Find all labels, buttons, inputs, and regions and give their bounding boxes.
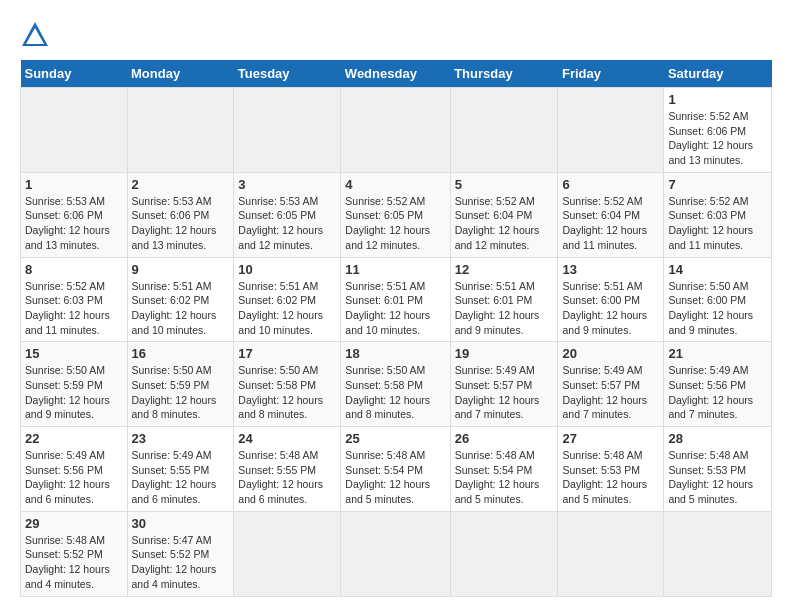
day-number: 29	[25, 516, 123, 531]
calendar-cell: 9Sunrise: 5:51 AM Sunset: 6:02 PM Daylig…	[127, 257, 234, 342]
day-header-monday: Monday	[127, 60, 234, 88]
calendar-cell: 6Sunrise: 5:52 AM Sunset: 6:04 PM Daylig…	[558, 172, 664, 257]
calendar-cell	[450, 511, 558, 596]
day-number: 15	[25, 346, 123, 361]
day-number: 1	[25, 177, 123, 192]
day-detail: Sunrise: 5:50 AM Sunset: 5:58 PM Dayligh…	[345, 363, 445, 422]
day-number: 17	[238, 346, 336, 361]
calendar-cell	[234, 88, 341, 173]
day-number: 11	[345, 262, 445, 277]
calendar-cell: 20Sunrise: 5:49 AM Sunset: 5:57 PM Dayli…	[558, 342, 664, 427]
day-detail: Sunrise: 5:49 AM Sunset: 5:55 PM Dayligh…	[132, 448, 230, 507]
calendar-cell: 17Sunrise: 5:50 AM Sunset: 5:58 PM Dayli…	[234, 342, 341, 427]
day-detail: Sunrise: 5:52 AM Sunset: 6:03 PM Dayligh…	[668, 194, 767, 253]
calendar-cell: 26Sunrise: 5:48 AM Sunset: 5:54 PM Dayli…	[450, 427, 558, 512]
day-number: 8	[25, 262, 123, 277]
day-number: 1	[668, 92, 767, 107]
day-detail: Sunrise: 5:48 AM Sunset: 5:53 PM Dayligh…	[562, 448, 659, 507]
calendar-cell: 12Sunrise: 5:51 AM Sunset: 6:01 PM Dayli…	[450, 257, 558, 342]
calendar-cell: 28Sunrise: 5:48 AM Sunset: 5:53 PM Dayli…	[664, 427, 772, 512]
day-detail: Sunrise: 5:52 AM Sunset: 6:05 PM Dayligh…	[345, 194, 445, 253]
day-number: 25	[345, 431, 445, 446]
day-detail: Sunrise: 5:50 AM Sunset: 5:58 PM Dayligh…	[238, 363, 336, 422]
calendar-cell: 25Sunrise: 5:48 AM Sunset: 5:54 PM Dayli…	[341, 427, 450, 512]
calendar-cell	[664, 511, 772, 596]
day-detail: Sunrise: 5:52 AM Sunset: 6:04 PM Dayligh…	[455, 194, 554, 253]
day-header-tuesday: Tuesday	[234, 60, 341, 88]
day-header-wednesday: Wednesday	[341, 60, 450, 88]
calendar-cell: 19Sunrise: 5:49 AM Sunset: 5:57 PM Dayli…	[450, 342, 558, 427]
week-row-6: 29Sunrise: 5:48 AM Sunset: 5:52 PM Dayli…	[21, 511, 772, 596]
day-detail: Sunrise: 5:50 AM Sunset: 5:59 PM Dayligh…	[132, 363, 230, 422]
calendar-cell: 16Sunrise: 5:50 AM Sunset: 5:59 PM Dayli…	[127, 342, 234, 427]
calendar-cell	[234, 511, 341, 596]
day-number: 12	[455, 262, 554, 277]
calendar-cell: 15Sunrise: 5:50 AM Sunset: 5:59 PM Dayli…	[21, 342, 128, 427]
day-number: 26	[455, 431, 554, 446]
week-row-2: 1Sunrise: 5:53 AM Sunset: 6:06 PM Daylig…	[21, 172, 772, 257]
day-detail: Sunrise: 5:48 AM Sunset: 5:55 PM Dayligh…	[238, 448, 336, 507]
day-header-saturday: Saturday	[664, 60, 772, 88]
day-header-friday: Friday	[558, 60, 664, 88]
calendar-cell: 23Sunrise: 5:49 AM Sunset: 5:55 PM Dayli…	[127, 427, 234, 512]
calendar-cell: 27Sunrise: 5:48 AM Sunset: 5:53 PM Dayli…	[558, 427, 664, 512]
day-detail: Sunrise: 5:47 AM Sunset: 5:52 PM Dayligh…	[132, 533, 230, 592]
day-number: 5	[455, 177, 554, 192]
calendar-cell: 1Sunrise: 5:52 AM Sunset: 6:06 PM Daylig…	[664, 88, 772, 173]
days-header-row: SundayMondayTuesdayWednesdayThursdayFrid…	[21, 60, 772, 88]
day-number: 28	[668, 431, 767, 446]
calendar-cell: 2Sunrise: 5:53 AM Sunset: 6:06 PM Daylig…	[127, 172, 234, 257]
day-detail: Sunrise: 5:50 AM Sunset: 6:00 PM Dayligh…	[668, 279, 767, 338]
calendar-cell: 8Sunrise: 5:52 AM Sunset: 6:03 PM Daylig…	[21, 257, 128, 342]
week-row-5: 22Sunrise: 5:49 AM Sunset: 5:56 PM Dayli…	[21, 427, 772, 512]
day-number: 20	[562, 346, 659, 361]
calendar-cell: 14Sunrise: 5:50 AM Sunset: 6:00 PM Dayli…	[664, 257, 772, 342]
day-number: 21	[668, 346, 767, 361]
day-number: 13	[562, 262, 659, 277]
day-number: 23	[132, 431, 230, 446]
day-detail: Sunrise: 5:52 AM Sunset: 6:06 PM Dayligh…	[668, 109, 767, 168]
day-number: 2	[132, 177, 230, 192]
day-detail: Sunrise: 5:48 AM Sunset: 5:54 PM Dayligh…	[345, 448, 445, 507]
day-number: 30	[132, 516, 230, 531]
day-header-thursday: Thursday	[450, 60, 558, 88]
calendar-cell	[127, 88, 234, 173]
day-number: 9	[132, 262, 230, 277]
calendar-cell: 4Sunrise: 5:52 AM Sunset: 6:05 PM Daylig…	[341, 172, 450, 257]
calendar-cell: 3Sunrise: 5:53 AM Sunset: 6:05 PM Daylig…	[234, 172, 341, 257]
calendar-cell: 21Sunrise: 5:49 AM Sunset: 5:56 PM Dayli…	[664, 342, 772, 427]
day-detail: Sunrise: 5:51 AM Sunset: 6:02 PM Dayligh…	[132, 279, 230, 338]
calendar-cell: 7Sunrise: 5:52 AM Sunset: 6:03 PM Daylig…	[664, 172, 772, 257]
week-row-1: 1Sunrise: 5:52 AM Sunset: 6:06 PM Daylig…	[21, 88, 772, 173]
day-number: 16	[132, 346, 230, 361]
day-number: 7	[668, 177, 767, 192]
logo	[20, 20, 54, 50]
week-row-3: 8Sunrise: 5:52 AM Sunset: 6:03 PM Daylig…	[21, 257, 772, 342]
day-detail: Sunrise: 5:51 AM Sunset: 6:00 PM Dayligh…	[562, 279, 659, 338]
day-detail: Sunrise: 5:48 AM Sunset: 5:54 PM Dayligh…	[455, 448, 554, 507]
calendar-cell: 1Sunrise: 5:53 AM Sunset: 6:06 PM Daylig…	[21, 172, 128, 257]
day-detail: Sunrise: 5:52 AM Sunset: 6:04 PM Dayligh…	[562, 194, 659, 253]
day-number: 24	[238, 431, 336, 446]
day-detail: Sunrise: 5:49 AM Sunset: 5:56 PM Dayligh…	[668, 363, 767, 422]
day-number: 27	[562, 431, 659, 446]
calendar-cell	[341, 511, 450, 596]
page-header	[20, 20, 772, 50]
day-detail: Sunrise: 5:53 AM Sunset: 6:05 PM Dayligh…	[238, 194, 336, 253]
logo-icon	[20, 20, 50, 50]
calendar-table: SundayMondayTuesdayWednesdayThursdayFrid…	[20, 60, 772, 597]
week-row-4: 15Sunrise: 5:50 AM Sunset: 5:59 PM Dayli…	[21, 342, 772, 427]
calendar-cell: 29Sunrise: 5:48 AM Sunset: 5:52 PM Dayli…	[21, 511, 128, 596]
day-header-sunday: Sunday	[21, 60, 128, 88]
day-number: 19	[455, 346, 554, 361]
day-number: 18	[345, 346, 445, 361]
calendar-cell: 24Sunrise: 5:48 AM Sunset: 5:55 PM Dayli…	[234, 427, 341, 512]
day-detail: Sunrise: 5:49 AM Sunset: 5:57 PM Dayligh…	[455, 363, 554, 422]
day-detail: Sunrise: 5:49 AM Sunset: 5:57 PM Dayligh…	[562, 363, 659, 422]
calendar-cell	[341, 88, 450, 173]
day-number: 4	[345, 177, 445, 192]
calendar-cell: 30Sunrise: 5:47 AM Sunset: 5:52 PM Dayli…	[127, 511, 234, 596]
day-detail: Sunrise: 5:51 AM Sunset: 6:01 PM Dayligh…	[345, 279, 445, 338]
day-number: 22	[25, 431, 123, 446]
calendar-cell: 10Sunrise: 5:51 AM Sunset: 6:02 PM Dayli…	[234, 257, 341, 342]
